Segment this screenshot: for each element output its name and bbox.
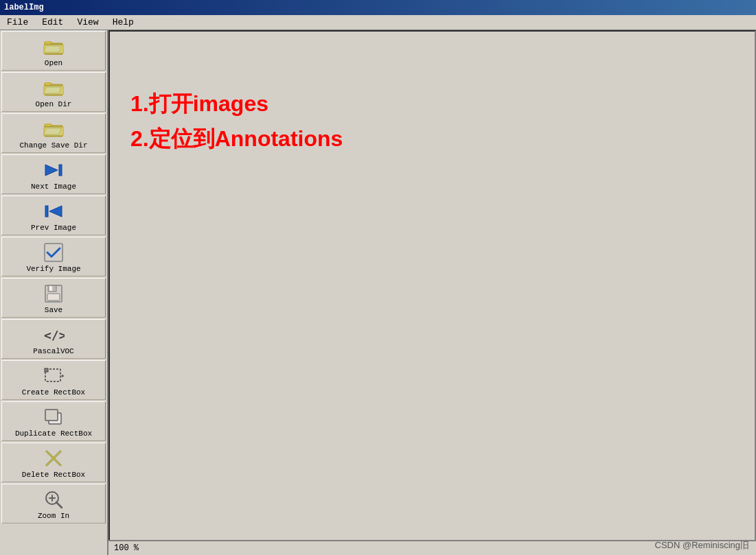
verify-image-icon: [43, 241, 65, 263]
content-area: 1.打开images 2.定位到Annotations 100 % CSDN @…: [108, 30, 756, 555]
svg-text:</>: </>: [44, 328, 65, 342]
menu-file[interactable]: File: [3, 16, 32, 29]
delete-rectbox-label: Delete RectBox: [22, 471, 85, 479]
pascal-voc-icon: </>: [43, 324, 65, 346]
svg-rect-28: [45, 410, 58, 421]
open-dir-folder-icon: [43, 77, 65, 99]
delete-rectbox-button[interactable]: Delete RectBox: [1, 442, 106, 482]
verify-image-button[interactable]: Verify Image: [1, 237, 106, 276]
prev-image-icon: [43, 200, 65, 222]
zoom-in-label: Zoom In: [38, 512, 69, 520]
next-image-label: Next Image: [31, 182, 76, 191]
prev-image-label: Prev Image: [31, 224, 76, 232]
annotation-overlay: 1.打开images 2.定位到Annotations: [130, 86, 343, 156]
svg-rect-8: [45, 84, 62, 95]
canvas[interactable]: 1.打开images 2.定位到Annotations: [108, 30, 756, 555]
title-label: labelImg: [4, 3, 44, 12]
open-dir-button[interactable]: Open Dir: [1, 72, 106, 112]
duplicate-rectbox-icon: [43, 406, 65, 428]
verify-image-label: Verify Image: [26, 265, 80, 273]
svg-marker-13: [45, 165, 58, 176]
svg-rect-12: [45, 126, 62, 137]
main-layout: Open Open Dir: [0, 30, 756, 555]
create-rectbox-label: Create RectBox: [22, 388, 85, 397]
watermark: CSDN @Reminiscing旧: [655, 539, 749, 552]
svg-rect-14: [59, 165, 62, 176]
next-image-button[interactable]: Next Image: [1, 154, 106, 194]
open-button[interactable]: Open: [1, 31, 106, 71]
open-folder-icon: [43, 36, 65, 58]
annotation-step2: 2.定位到Annotations: [130, 121, 343, 156]
annotation-step1: 1.打开images: [130, 86, 343, 121]
change-save-dir-button[interactable]: Change Save Dir: [1, 113, 106, 153]
svg-marker-15: [49, 206, 62, 217]
menu-bar: File Edit View Help: [0, 15, 756, 30]
svg-line-34: [56, 502, 62, 508]
menu-edit[interactable]: Edit: [38, 16, 67, 29]
zoom-in-button[interactable]: Zoom In: [1, 484, 106, 523]
svg-rect-21: [47, 294, 60, 300]
create-rectbox-icon: [43, 365, 65, 387]
pascal-voc-label: PascalVOC: [33, 347, 73, 355]
save-label: Save: [45, 306, 62, 314]
change-save-dir-label: Change Save Dir: [19, 141, 87, 150]
svg-rect-16: [45, 206, 48, 217]
change-save-dir-icon: [43, 118, 65, 140]
menu-view[interactable]: View: [73, 16, 102, 29]
menu-help[interactable]: Help: [108, 16, 138, 29]
save-icon: [43, 283, 65, 305]
duplicate-rectbox-label: Duplicate RectBox: [15, 429, 92, 438]
open-label: Open: [45, 59, 62, 67]
save-button[interactable]: Save: [1, 278, 106, 318]
sidebar: Open Open Dir: [0, 30, 108, 555]
open-dir-label: Open Dir: [36, 100, 72, 108]
title-bar: labelImg: [0, 0, 756, 15]
create-rectbox-button[interactable]: Create RectBox: [1, 360, 106, 400]
next-image-icon: [43, 159, 65, 181]
zoom-level: 100 %: [114, 543, 139, 553]
duplicate-rectbox-button[interactable]: Duplicate RectBox: [1, 401, 106, 441]
svg-rect-4: [45, 43, 62, 54]
pascal-voc-button[interactable]: </> PascalVOC: [1, 319, 106, 359]
delete-rectbox-icon: [43, 447, 65, 469]
svg-rect-20: [49, 286, 52, 291]
prev-image-button[interactable]: Prev Image: [1, 196, 106, 235]
svg-rect-26: [45, 368, 48, 372]
zoom-in-icon: [43, 488, 65, 510]
